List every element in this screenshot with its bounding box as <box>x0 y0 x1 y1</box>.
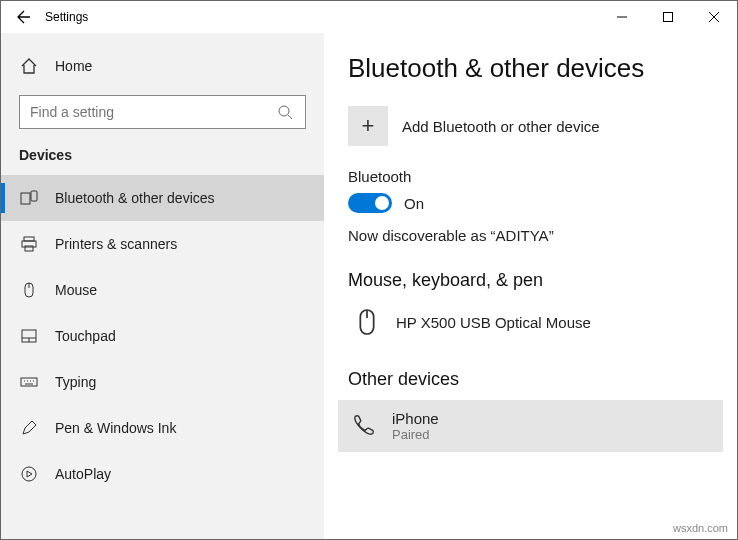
search-box[interactable] <box>19 95 306 129</box>
sidebar-item-pen[interactable]: Pen & Windows Ink <box>1 405 324 451</box>
svg-rect-8 <box>24 237 34 241</box>
devices-icon <box>19 188 39 208</box>
device-name: iPhone <box>392 410 439 427</box>
add-button[interactable]: + <box>348 106 388 146</box>
home-icon <box>19 56 39 76</box>
svg-rect-6 <box>21 193 30 204</box>
nav-label: Bluetooth & other devices <box>55 190 215 206</box>
touchpad-icon <box>19 326 39 346</box>
phone-icon <box>348 411 378 441</box>
body: Home Devices Bluetooth & other devices P… <box>1 33 737 539</box>
autoplay-icon <box>19 464 39 484</box>
svg-point-4 <box>279 106 289 116</box>
svg-rect-1 <box>664 13 673 22</box>
search-input[interactable] <box>30 104 275 120</box>
page-title: Bluetooth & other devices <box>348 53 713 84</box>
nav-label: Printers & scanners <box>55 236 177 252</box>
home-link[interactable]: Home <box>1 43 324 89</box>
window-controls <box>599 1 737 33</box>
add-device-row[interactable]: + Add Bluetooth or other device <box>348 106 713 146</box>
svg-rect-7 <box>31 191 37 201</box>
group-other-title: Other devices <box>348 369 713 390</box>
sidebar-item-touchpad[interactable]: Touchpad <box>1 313 324 359</box>
sidebar-item-mouse[interactable]: Mouse <box>1 267 324 313</box>
search-icon <box>275 102 295 122</box>
plus-icon: + <box>362 113 375 139</box>
sidebar-item-printers[interactable]: Printers & scanners <box>1 221 324 267</box>
sidebar: Home Devices Bluetooth & other devices P… <box>1 33 324 539</box>
nav-label: Touchpad <box>55 328 116 344</box>
bluetooth-label: Bluetooth <box>348 168 713 185</box>
keyboard-icon <box>19 372 39 392</box>
sidebar-section-label: Devices <box>1 139 324 175</box>
pen-icon <box>19 418 39 438</box>
back-button[interactable] <box>1 1 45 33</box>
home-label: Home <box>55 58 92 74</box>
nav-label: Mouse <box>55 282 97 298</box>
minimize-button[interactable] <box>599 1 645 33</box>
device-row-iphone[interactable]: iPhone Paired <box>338 400 723 452</box>
printer-icon <box>19 234 39 254</box>
sidebar-item-bluetooth[interactable]: Bluetooth & other devices <box>1 175 324 221</box>
sidebar-item-autoplay[interactable]: AutoPlay <box>1 451 324 497</box>
svg-line-5 <box>288 115 292 119</box>
main-panel: Bluetooth & other devices + Add Bluetoot… <box>324 33 737 539</box>
sidebar-item-typing[interactable]: Typing <box>1 359 324 405</box>
svg-rect-16 <box>21 378 37 386</box>
mouse-icon <box>19 280 39 300</box>
bluetooth-state: On <box>404 195 424 212</box>
nav-label: AutoPlay <box>55 466 111 482</box>
group-mouse-title: Mouse, keyboard, & pen <box>348 270 713 291</box>
mouse-icon <box>352 307 382 337</box>
titlebar: Settings <box>1 1 737 33</box>
nav-label: Pen & Windows Ink <box>55 420 176 436</box>
bluetooth-toggle-row: On <box>348 193 713 213</box>
nav-label: Typing <box>55 374 96 390</box>
discoverable-text: Now discoverable as “ADITYA” <box>348 227 713 244</box>
device-name: HP X500 USB Optical Mouse <box>396 314 591 331</box>
settings-window: Settings Home Devices Bluetooth & other … <box>0 0 738 540</box>
svg-point-22 <box>22 467 36 481</box>
arrow-left-icon <box>15 9 31 25</box>
window-title: Settings <box>45 10 88 24</box>
device-row-mouse[interactable]: HP X500 USB Optical Mouse <box>348 301 713 343</box>
device-info: iPhone Paired <box>392 410 439 442</box>
watermark: wsxdn.com <box>673 522 728 534</box>
device-status: Paired <box>392 427 439 442</box>
maximize-button[interactable] <box>645 1 691 33</box>
close-button[interactable] <box>691 1 737 33</box>
bluetooth-toggle[interactable] <box>348 193 392 213</box>
add-label: Add Bluetooth or other device <box>402 118 600 135</box>
